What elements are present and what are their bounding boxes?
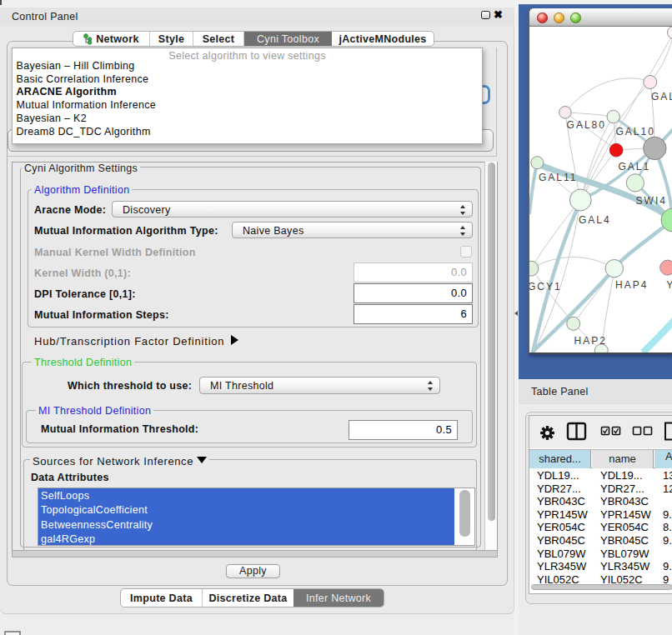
svg-text:GAL11: GAL11	[539, 172, 577, 183]
svg-text:GAL1: GAL1	[619, 161, 651, 172]
svg-text:GAL80: GAL80	[567, 119, 606, 131]
svg-text:GAL7: GAL7	[651, 91, 672, 102]
svg-text:Y: Y	[666, 279, 672, 291]
svg-text:GAL10: GAL10	[616, 126, 655, 138]
svg-text:SWI4: SWI4	[636, 195, 667, 207]
svg-text:HAP4: HAP4	[615, 279, 648, 291]
svg-text:HAP2: HAP2	[574, 335, 607, 347]
svg-text:GAL4: GAL4	[579, 214, 611, 226]
svg-text:GCY1: GCY1	[529, 281, 562, 292]
